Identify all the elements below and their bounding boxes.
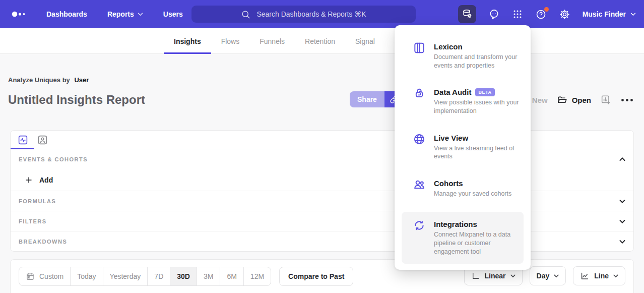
date-option-3m[interactable]: 3M (197, 267, 220, 285)
tab-retention[interactable]: Retention (295, 28, 345, 54)
chevron-down-icon (619, 240, 625, 244)
lexicon-book-icon (413, 41, 426, 54)
filters-section-header[interactable]: FILTERS (11, 211, 633, 231)
gear-icon (559, 9, 570, 20)
integrations-sync-icon (413, 219, 426, 232)
folder-icon (557, 95, 567, 105)
report-tabs-bar: Insights Flows Funnels Retention Signal … (0, 28, 644, 54)
menu-item-live-view[interactable]: Live View View a live streaming feed of … (395, 134, 531, 161)
formulas-section-header[interactable]: FORMULAS (11, 191, 633, 211)
more-dots-icon (620, 98, 634, 102)
cohorts-people-icon (413, 178, 426, 191)
page-title[interactable]: Untitled Insights Report (8, 93, 145, 107)
data-audit-lock-icon (413, 87, 426, 100)
query-builder-panel: EVENTS & COHORTS Add FORMULAS FILTERS BR… (10, 130, 634, 252)
search-placeholder: Search Dashboards & Reports ⌘K (256, 10, 366, 18)
menu-item-description: Connect Mixpanel to a data pipeline or c… (434, 230, 516, 256)
menu-item-lexicon[interactable]: Lexicon Document and transform your even… (395, 42, 531, 70)
board-plus-icon (600, 94, 611, 105)
chevron-down-icon (138, 13, 143, 16)
analyze-prefix: Analyze Uniques by (8, 76, 70, 84)
tab-funnels[interactable]: Funnels (249, 28, 295, 54)
chevron-down-icon (613, 274, 618, 278)
project-selector[interactable]: Music Finder (583, 10, 636, 18)
pulse-chart-icon (18, 135, 28, 145)
events-metrics-tab[interactable] (18, 135, 28, 145)
add-to-board-button[interactable] (600, 94, 611, 105)
tab-flows[interactable]: Flows (211, 28, 250, 54)
feedback-button[interactable] (488, 9, 500, 20)
menu-item-integrations[interactable]: Integrations Connect Mixpanel to a data … (402, 212, 524, 264)
date-option-today[interactable]: Today (70, 267, 102, 285)
analyze-entity[interactable]: User (74, 76, 89, 84)
menu-item-cohorts[interactable]: Cohorts Manage your saved cohorts (395, 179, 531, 198)
events-cohorts-section-header[interactable]: EVENTS & COHORTS (11, 149, 633, 169)
chevron-down-icon (619, 199, 625, 203)
more-options-button[interactable] (620, 98, 634, 102)
chevron-up-icon (619, 157, 625, 161)
nav-link-reports[interactable]: Reports (107, 10, 143, 18)
nav-link-dashboards[interactable]: Dashboards (46, 10, 87, 18)
compare-to-past-button[interactable]: Compare to Past (279, 267, 353, 286)
interval-dropdown[interactable]: Day (530, 266, 566, 285)
date-option-12m[interactable]: 12M (243, 267, 271, 285)
user-profiles-tab[interactable] (37, 135, 48, 145)
chat-bubble-icon (488, 9, 500, 20)
chevron-down-icon (619, 219, 625, 223)
date-option-yesterday[interactable]: Yesterday (103, 267, 148, 285)
data-management-button[interactable] (458, 5, 476, 23)
search-input[interactable]: Search Dashboards & Reports ⌘K (191, 6, 416, 23)
section-label: FORMULAS (19, 198, 56, 204)
data-management-dropdown: Lexicon Document and transform your even… (395, 25, 531, 270)
nav-link-users[interactable]: Users (163, 10, 183, 18)
date-option-custom[interactable]: Custom (19, 267, 70, 285)
breakdowns-section-header[interactable]: BREAKDOWNS (11, 231, 633, 251)
new-report-button[interactable]: New (532, 96, 548, 104)
grid-dots-icon (512, 9, 523, 20)
tab-signal[interactable]: Signal (345, 28, 385, 54)
menu-item-data-audit[interactable]: Data Audit BETA View possible issues wit… (395, 88, 531, 115)
tab-insights[interactable]: Insights (164, 28, 211, 54)
date-option-30d[interactable]: 30D (170, 267, 197, 285)
line-chart-icon (580, 271, 590, 281)
section-label: BREAKDOWNS (19, 239, 67, 245)
database-gear-icon (462, 9, 473, 20)
globe-icon (413, 133, 426, 146)
share-button[interactable]: Share (350, 91, 384, 107)
open-report-button[interactable]: Open (557, 95, 591, 105)
chart-type-dropdown[interactable]: Line (573, 266, 625, 285)
menu-item-description: View a live streaming feed of events (434, 144, 523, 161)
date-range-segmented-control: Custom Today Yesterday 7D 30D 3M 6M 12M (19, 267, 271, 286)
calendar-icon (26, 272, 35, 281)
settings-button[interactable] (559, 9, 570, 20)
date-option-6m[interactable]: 6M (220, 267, 243, 285)
chevron-down-icon (554, 274, 559, 278)
section-label: FILTERS (19, 218, 47, 224)
help-button[interactable] (535, 9, 547, 20)
report-header: Analyze Uniques by User Untitled Insight… (0, 54, 644, 110)
notification-dot (544, 7, 549, 12)
date-option-7d[interactable]: 7D (147, 267, 170, 285)
section-label: EVENTS & COHORTS (19, 156, 88, 162)
top-nav: Dashboards Reports Users Search Dashboar… (0, 0, 644, 28)
chart-controls-panel: Custom Today Yesterday 7D 30D 3M 6M 12M … (10, 259, 634, 293)
analyze-row: Analyze Uniques by User (8, 76, 634, 84)
axes-icon (471, 271, 480, 280)
person-card-icon (37, 135, 48, 145)
search-icon (241, 10, 250, 19)
apps-grid-button[interactable] (512, 9, 523, 20)
add-event-button[interactable]: Add (11, 169, 633, 191)
menu-item-description: View possible issues with your implement… (434, 98, 523, 115)
chevron-down-icon (630, 13, 636, 16)
beta-badge: BETA (475, 88, 494, 96)
menu-item-description: Document and transform your events and p… (434, 53, 523, 70)
mixpanel-logo-icon[interactable] (11, 10, 26, 18)
menu-item-description: Manage your saved cohorts (434, 190, 523, 198)
chevron-down-icon (510, 274, 516, 278)
plus-icon (25, 176, 33, 184)
active-tab-underline (11, 148, 34, 149)
